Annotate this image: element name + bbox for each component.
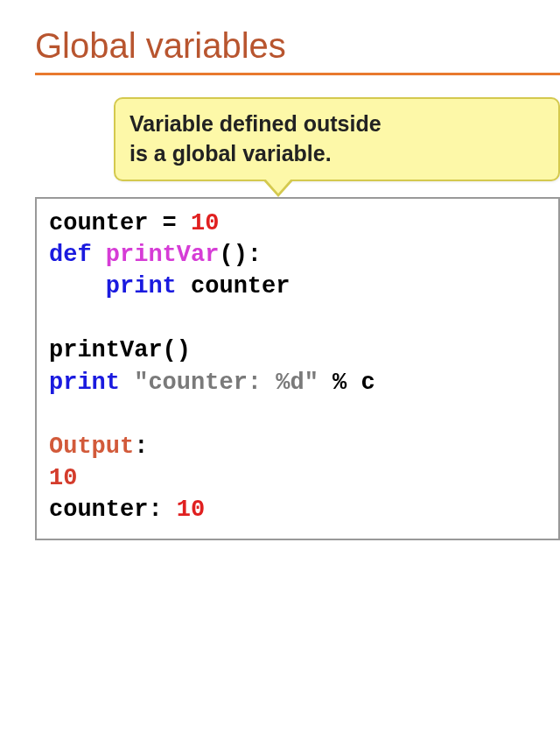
output-line-2-prefix: counter: xyxy=(49,497,177,523)
output-colon: : xyxy=(134,433,148,460)
callout-tail-icon xyxy=(262,180,294,197)
output-label: Output xyxy=(49,433,134,460)
code-string: "counter: %d" xyxy=(120,370,318,396)
code-keyword-print2: print xyxy=(49,370,120,396)
output-line-1: 10 xyxy=(49,465,77,491)
code-operator: % xyxy=(318,370,361,396)
title-rule xyxy=(35,73,560,75)
code-literal: 10 xyxy=(191,210,219,236)
code-keyword-print: print xyxy=(49,273,177,300)
code-var-cut: c xyxy=(360,370,374,396)
code-box: counter = 10 def printVar(): print count… xyxy=(35,197,560,540)
code-var: counter xyxy=(177,273,290,300)
output-line-2-val: 10 xyxy=(177,497,205,523)
code-func-name: printVar xyxy=(92,242,220,268)
callout-line-2: is a global variable. xyxy=(130,141,332,166)
slide: Global variables Variable defined outsid… xyxy=(0,0,560,540)
code-call: printVar() xyxy=(49,337,191,363)
callout-box: Variable defined outside is a global var… xyxy=(114,97,560,181)
callout-content: Variable defined outside is a global var… xyxy=(114,97,560,181)
slide-title: Global variables xyxy=(35,26,560,66)
code-keyword-def: def xyxy=(49,242,92,268)
callout-line-1: Variable defined outside xyxy=(130,111,382,136)
code-assign: counter = xyxy=(49,210,191,236)
code-parens: (): xyxy=(219,242,262,268)
